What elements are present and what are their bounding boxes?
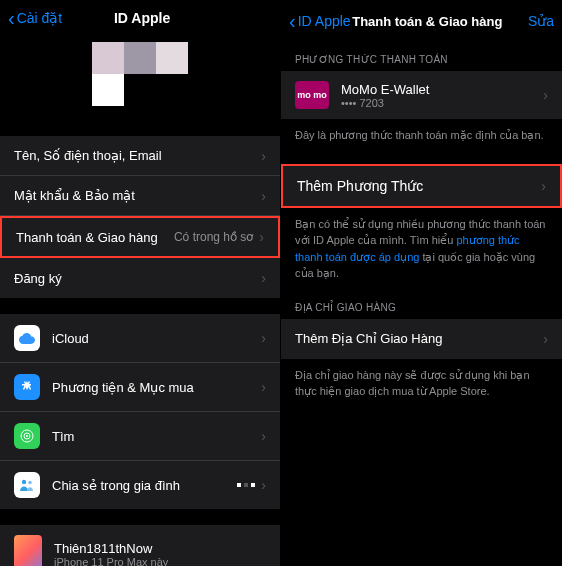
device-thumbnail-icon (14, 535, 42, 566)
momo-icon: mo mo (295, 81, 329, 109)
shipping-note: Địa chỉ giao hàng này sẽ được sử dụng kh… (281, 359, 562, 408)
svg-point-4 (28, 481, 32, 485)
chevron-right-icon: › (261, 379, 266, 395)
row-media-purchases[interactable]: Phương tiện & Mục mua › (0, 363, 280, 412)
chevron-right-icon: › (261, 477, 266, 493)
navbar: ‹ Cài đặt ID Apple (0, 0, 280, 36)
chevron-right-icon: › (261, 148, 266, 164)
back-label: ID Apple (298, 13, 351, 29)
add-shipping-address-button[interactable]: Thêm Địa Chỉ Giao Hàng › (281, 319, 562, 359)
profile-avatar[interactable] (0, 36, 280, 120)
payment-method-row[interactable]: mo mo MoMo E-Wallet •••• 7203 › (281, 71, 562, 119)
payment-shipping-screen: ‹ ID Apple Thanh toán & Giao hàng Sửa PH… (281, 0, 562, 566)
chevron-right-icon: › (259, 229, 264, 245)
page-title: ID Apple (62, 10, 222, 26)
shipping-section-header: ĐỊA CHỈ GIAO HÀNG (281, 290, 562, 319)
family-icon (14, 472, 40, 498)
page-title: Thanh toán & Giao hàng (351, 14, 504, 29)
appstore-icon (14, 374, 40, 400)
add-payment-method-button[interactable]: Thêm Phương Thức › (281, 164, 562, 208)
payment-section-header: PHƯƠNG THỨC THANH TOÁN (281, 42, 562, 71)
device-row[interactable]: Thiên1811thNow iPhone 11 Pro Max này (0, 525, 280, 566)
back-button[interactable]: ‹ ID Apple (289, 11, 351, 31)
edit-button[interactable]: Sửa (504, 13, 554, 29)
cloud-icon (14, 325, 40, 351)
services-group: iCloud › Phương tiện & Mục mua › Tìm › (0, 314, 280, 509)
chevron-back-icon: ‹ (289, 11, 296, 31)
chevron-right-icon: › (261, 188, 266, 204)
chevron-right-icon: › (543, 331, 548, 347)
row-subscriptions[interactable]: Đăng ký › (0, 258, 280, 298)
svg-point-3 (22, 480, 26, 484)
add-payment-note: Bạn có thể sử dụng nhiều phương thức tha… (281, 208, 562, 290)
row-find-my[interactable]: Tìm › (0, 412, 280, 461)
row-password-security[interactable]: Mật khẩu & Bảo mật › (0, 176, 280, 216)
payment-default-note: Đây là phương thức thanh toán mặc định c… (281, 119, 562, 152)
chevron-right-icon: › (261, 428, 266, 444)
chevron-right-icon: › (261, 330, 266, 346)
settings-apple-id-screen: ‹ Cài đặt ID Apple Tên, Số điện thoại, E… (0, 0, 281, 566)
svg-point-2 (26, 435, 28, 437)
row-name-phone-email[interactable]: Tên, Số điện thoại, Email › (0, 136, 280, 176)
navbar: ‹ ID Apple Thanh toán & Giao hàng Sửa (281, 0, 562, 42)
back-button[interactable]: ‹ Cài đặt (8, 8, 62, 28)
loading-dots-icon (237, 483, 255, 487)
row-family-sharing[interactable]: Chia sẻ trong gia đình › (0, 461, 280, 509)
chevron-right-icon: › (541, 178, 546, 194)
chevron-right-icon: › (261, 270, 266, 286)
row-payment-shipping[interactable]: Thanh toán & Giao hàng Có trong hồ sơ › (0, 216, 280, 258)
back-label: Cài đặt (17, 10, 63, 26)
row-icloud[interactable]: iCloud › (0, 314, 280, 363)
radar-icon (14, 423, 40, 449)
chevron-back-icon: ‹ (8, 8, 15, 28)
personal-group: Tên, Số điện thoại, Email › Mật khẩu & B… (0, 136, 280, 298)
chevron-right-icon: › (543, 87, 548, 103)
